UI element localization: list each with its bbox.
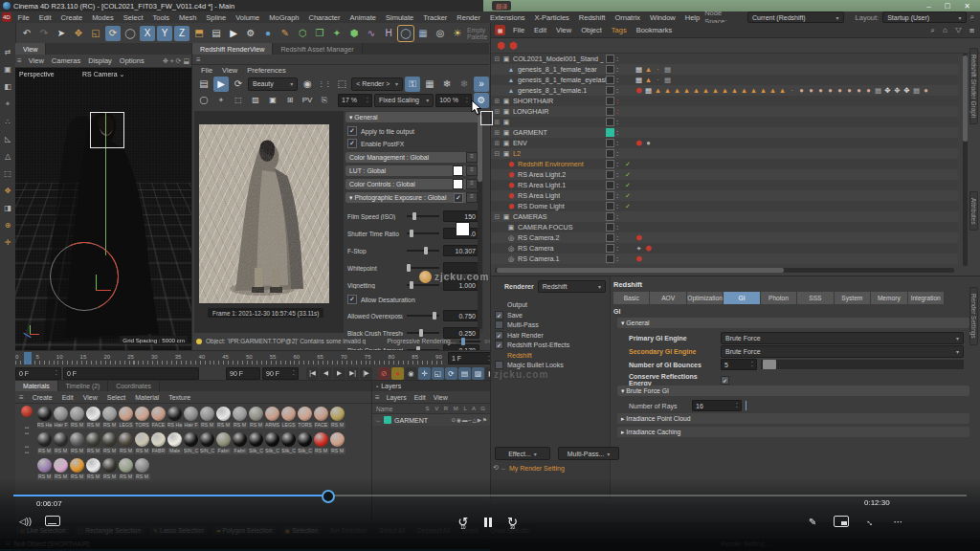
material-ball[interactable]: [265, 407, 279, 421]
render-settings-tree-item[interactable]: Redshift: [495, 351, 608, 361]
ic-section-bar[interactable]: ▸ Irradiance Caching: [617, 427, 969, 437]
object-enable-checkbox[interactable]: [606, 76, 614, 84]
expander-icon[interactable]: ⊞: [493, 129, 501, 137]
material-ball[interactable]: [200, 407, 214, 421]
rv-icon-snapshot[interactable]: ◉: [300, 77, 315, 92]
player-progress-handle[interactable]: [322, 490, 335, 503]
tag-strip[interactable]: ⬢: [635, 254, 643, 263]
material-item[interactable]: TORS: [134, 407, 150, 429]
visibility-dots[interactable]: :: [616, 255, 618, 262]
command-chip[interactable]: ▰ Polygon Selection: [212, 525, 278, 536]
toolbar-icon[interactable]: H: [381, 26, 396, 41]
tag-icon[interactable]: ▲: [682, 86, 691, 95]
renderview-menu-item[interactable]: Preferences: [242, 66, 290, 75]
rs-tab[interactable]: System: [835, 292, 871, 304]
object-row[interactable]: ▣ CAMERA FOCUS : ✓: [491, 222, 958, 232]
toolbar-icon[interactable]: ✎: [278, 26, 293, 41]
tree-checkbox[interactable]: [495, 361, 503, 369]
record-button[interactable]: ✛: [418, 367, 431, 380]
object-row[interactable]: ⬢ RS Area Light.1 : ✓: [491, 180, 958, 190]
forward-30-icon[interactable]: ↻30: [505, 515, 521, 530]
tag-icon[interactable]: ▦: [635, 65, 643, 74]
tree-checkbox[interactable]: [495, 320, 503, 329]
current-frame-field[interactable]: 0 F⁚: [15, 367, 61, 380]
materials-tab[interactable]: Materials: [15, 381, 58, 391]
om-vscrollbar[interactable]: [963, 54, 968, 266]
command-chip[interactable]: ⊙ Live Selection: [15, 525, 71, 536]
toolbar-icon[interactable]: ➤: [54, 26, 69, 41]
tag-strip[interactable]: ⌖⬢: [635, 244, 653, 253]
edit-icon[interactable]: ✎: [809, 517, 816, 527]
material-item[interactable]: Fabri: [215, 432, 232, 454]
volume-icon[interactable]: ◁)): [19, 517, 32, 526]
toolbar-icon[interactable]: ●: [260, 26, 276, 41]
visibility-dots[interactable]: :: [616, 87, 618, 94]
object-enable-checkbox[interactable]: [606, 128, 614, 137]
om-menu-item[interactable]: Tags: [607, 26, 632, 34]
rs-tab[interactable]: Basic: [613, 292, 650, 304]
menu-item[interactable]: Animate: [345, 13, 381, 22]
tag-icon[interactable]: ⬢: [635, 254, 643, 263]
toolbar-icon[interactable]: ▶: [226, 26, 241, 41]
record-button[interactable]: ●: [391, 367, 404, 380]
tag-icon[interactable]: ▦: [874, 86, 882, 95]
object-row[interactable]: ⬢ Redshift Environment : ✓: [491, 159, 958, 169]
expander-icon[interactable]: ⊞: [493, 119, 501, 126]
material-ball[interactable]: [330, 407, 345, 421]
tag-icon[interactable]: ✥: [883, 86, 892, 95]
rv-icon-region[interactable]: ⬚: [334, 77, 349, 92]
pause-icon[interactable]: [484, 518, 492, 527]
material-item[interactable]: RS M: [53, 432, 69, 454]
command-chip[interactable]: ▣ Selection: [280, 525, 323, 536]
visibility-dots[interactable]: :: [616, 55, 618, 62]
tag-icon[interactable]: ▲: [749, 86, 758, 95]
object-enable-checkbox[interactable]: [606, 170, 614, 179]
material-item[interactable]: Hair F: [183, 407, 199, 429]
playback-button[interactable]: |◀: [306, 367, 319, 380]
hamburger-icon[interactable]: ≡: [17, 56, 22, 65]
checkbox-icon[interactable]: [347, 126, 357, 136]
viewport-3d-view[interactable]: Perspective RS Camera ⌄ Grid Spacing : 5…: [15, 68, 191, 352]
effect-button[interactable]: Effect...: [495, 447, 550, 460]
visibility-dots[interactable]: :: [616, 150, 618, 157]
material-ball[interactable]: [184, 407, 198, 421]
viewport-menu-item[interactable]: Options: [116, 56, 148, 65]
material-ball[interactable]: [184, 432, 198, 447]
material-ball[interactable]: [216, 407, 231, 421]
section-menu-icon[interactable]: ≡: [466, 165, 478, 176]
object-enable-checkbox[interactable]: [606, 244, 614, 253]
menu-item[interactable]: Create: [56, 13, 88, 22]
tool-icon[interactable]: ✥: [5, 187, 11, 195]
toolbar-icon[interactable]: ⟳: [105, 26, 121, 41]
om-menu-item[interactable]: View: [551, 26, 576, 34]
viewport-menu-item[interactable]: Cameras: [48, 56, 84, 65]
layers-menu-item[interactable]: Layers: [383, 394, 411, 401]
shrink-icon[interactable]: ↔: [864, 515, 879, 529]
toolbar-icon[interactable]: ◎: [433, 26, 448, 41]
rs-tab[interactable]: GI: [724, 292, 760, 304]
material-item[interactable]: Silk_C: [264, 432, 280, 454]
tool-icon[interactable]: ⊕: [5, 221, 11, 230]
tag-strip[interactable]: ⬢●: [635, 139, 653, 147]
rv-icon[interactable]: ⊞: [282, 93, 298, 108]
object-row[interactable]: ◎ RS Camera.1 : ✓ ⬢: [491, 253, 958, 264]
render-settings-tree-item[interactable]: Save: [495, 311, 608, 320]
current-frame-marker[interactable]: [24, 352, 32, 364]
material-item[interactable]: RS M: [85, 432, 101, 454]
tool-icon[interactable]: ◧: [4, 82, 11, 91]
expander-icon[interactable]: ⊞: [493, 140, 501, 147]
command-chip[interactable]: ✎ Lasso Selection: [148, 525, 209, 536]
renderer-select[interactable]: Redshift: [538, 280, 606, 293]
material-ball[interactable]: [70, 432, 84, 447]
visibility-dots[interactable]: :: [616, 182, 618, 188]
object-row[interactable]: ▲ genesis_8_1_female_eyelashes : ✓ ▦▲·▦: [491, 75, 958, 85]
material-filter-icon[interactable]: ▪▪▪▪: [25, 425, 29, 436]
material-ball[interactable]: [298, 432, 312, 447]
toolbar-icon[interactable]: ↷: [36, 26, 52, 41]
tag-icon[interactable]: ⬢: [635, 233, 643, 242]
material-item[interactable]: RS M: [69, 407, 85, 429]
layer-flag-icon[interactable]: ▬: [462, 417, 468, 423]
color-swatch[interactable]: [453, 165, 463, 176]
object-enable-checkbox[interactable]: [606, 97, 614, 105]
more-icon[interactable]: ⋯: [893, 517, 903, 527]
